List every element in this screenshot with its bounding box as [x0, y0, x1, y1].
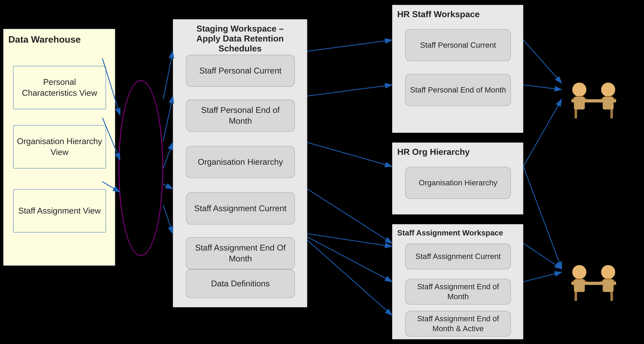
- hr-org-item-oh: Organisation Hierarchy: [405, 167, 511, 199]
- svg-line-14: [307, 237, 392, 282]
- hr-staff-item-spc: Staff Personal Current: [405, 29, 511, 61]
- staging-item-dd: Data Definitions: [186, 269, 295, 298]
- svg-rect-35: [603, 279, 614, 292]
- data-warehouse-box: Data Warehouse Personal Characteristics …: [3, 29, 115, 266]
- user-icon-2: [562, 250, 626, 307]
- svg-line-4: [163, 51, 173, 99]
- sa-item-speom: Staff Assignment End of Month: [405, 279, 511, 304]
- svg-rect-33: [574, 279, 585, 292]
- svg-line-21: [523, 166, 562, 269]
- dw-item-sav: Staff Assignment View: [13, 189, 106, 232]
- svg-point-27: [601, 82, 615, 97]
- dw-item-ohv: Organisation Hierarchy View: [13, 125, 106, 168]
- dw-item-pcv: Personal Characteristics View: [13, 66, 106, 109]
- sa-item-saeoma: Staff Assignment End of Month & Active: [405, 311, 511, 336]
- staging-item-spc: Staff Personal Current: [186, 55, 295, 87]
- svg-line-8: [163, 205, 173, 234]
- svg-line-19: [523, 272, 562, 282]
- svg-rect-26: [574, 97, 585, 110]
- user-icon-1: [562, 67, 626, 125]
- staff-assignment-workspace-title: Staff Assignment Workspace: [397, 228, 503, 237]
- svg-line-20: [523, 243, 562, 269]
- diagram-area: Data Warehouse Personal Characteristics …: [0, 0, 644, 344]
- svg-line-5: [163, 96, 173, 141]
- staging-item-oh: Organisation Hierarchy: [186, 146, 295, 178]
- hr-staff-item-speom: Staff Personal End of Month: [405, 74, 511, 106]
- staging-workspace-box: Staging Workspace – Apply Data Retention…: [173, 19, 307, 307]
- staging-item-speom: Staff Personal End of Month: [186, 100, 295, 132]
- svg-line-11: [307, 142, 392, 166]
- hr-staff-workspace-title: HR Staff Workspace: [397, 9, 480, 19]
- hr-org-hierarchy-box: HR Org Hierarchy Organisation Hierarchy: [392, 142, 523, 214]
- svg-line-7: [163, 184, 173, 189]
- oval-connector: [118, 80, 163, 256]
- hr-staff-workspace-box: HR Staff Workspace Staff Personal Curren…: [392, 5, 523, 133]
- svg-line-16: [523, 40, 562, 83]
- svg-point-25: [572, 82, 586, 97]
- sa-item-sac: Staff Assignment Current: [405, 244, 511, 269]
- staging-item-saeom: Staff Assignment End Of Month: [186, 237, 295, 269]
- svg-line-18: [523, 99, 562, 166]
- svg-line-6: [163, 142, 173, 168]
- svg-line-12: [307, 189, 392, 243]
- svg-line-9: [307, 40, 392, 51]
- staging-item-sac: Staff Assignment Current: [186, 192, 295, 224]
- staging-workspace-title: Staging Workspace – Apply Data Retention…: [184, 24, 296, 53]
- svg-line-13: [307, 234, 392, 246]
- data-warehouse-title: Data Warehouse: [8, 34, 81, 45]
- hr-org-hierarchy-title: HR Org Hierarchy: [397, 147, 470, 157]
- svg-point-34: [601, 265, 615, 279]
- svg-rect-28: [603, 97, 614, 110]
- svg-point-32: [572, 265, 586, 279]
- svg-line-17: [523, 85, 562, 90]
- svg-line-10: [307, 85, 392, 96]
- staff-assignment-workspace-box: Staff Assignment Workspace Staff Assignm…: [392, 224, 523, 339]
- svg-line-15: [307, 240, 392, 315]
